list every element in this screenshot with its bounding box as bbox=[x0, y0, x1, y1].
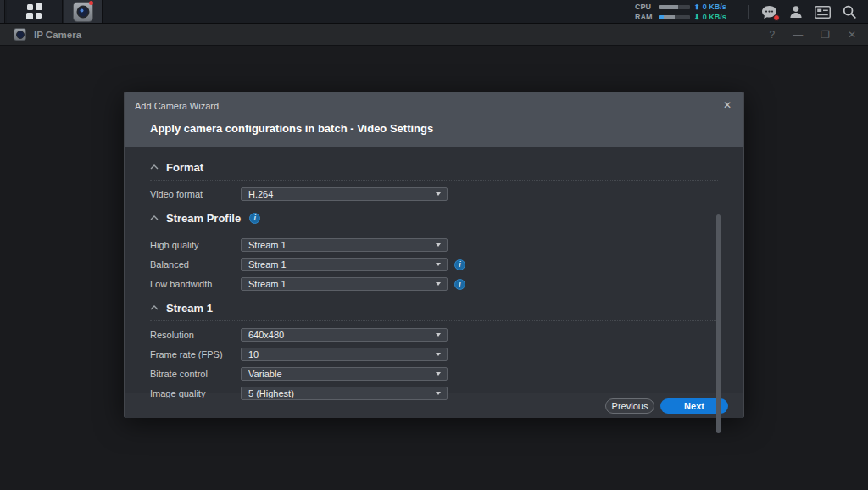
minimize-button[interactable]: — bbox=[793, 29, 803, 41]
dialog-heading: Apply camera configurations in batch - V… bbox=[150, 122, 732, 135]
help-button[interactable]: ? bbox=[769, 29, 775, 41]
window-titlebar: IP Camera ? — ❐ ✕ bbox=[0, 24, 868, 46]
upload-arrow-icon: ⬆ bbox=[694, 3, 700, 11]
chevron-up-icon bbox=[150, 164, 159, 170]
upload-speed: ⬆ 0 KB/s bbox=[694, 3, 735, 11]
balanced-select[interactable]: Stream 1 bbox=[241, 258, 448, 271]
video-format-select[interactable]: H.264 bbox=[241, 187, 448, 201]
camera-app-icon bbox=[73, 2, 93, 22]
chevron-down-icon bbox=[436, 372, 441, 376]
bitrate-control-select[interactable]: Variable bbox=[241, 367, 448, 381]
main-menu-tab[interactable] bbox=[7, 0, 63, 23]
frame-rate-row: Frame rate (FPS) 10 bbox=[150, 348, 718, 361]
user-icon bbox=[789, 5, 803, 19]
ram-label: RAM bbox=[635, 13, 655, 21]
ip-camera-app-tab[interactable] bbox=[64, 0, 103, 23]
section-divider bbox=[150, 320, 718, 321]
widgets-button[interactable] bbox=[815, 6, 831, 19]
balanced-row: Balanced Stream 1 i bbox=[150, 258, 718, 271]
frame-rate-select[interactable]: 10 bbox=[241, 348, 448, 361]
section-header-stream-1[interactable]: Stream 1 bbox=[150, 301, 718, 315]
field-label: Bitrate control bbox=[150, 369, 241, 379]
chevron-down-icon bbox=[436, 333, 441, 337]
resolution-select[interactable]: 640x480 bbox=[241, 328, 448, 342]
image-quality-row: Image quality 5 (Highest) bbox=[150, 387, 718, 400]
camera-lens-icon bbox=[77, 5, 90, 18]
previous-button[interactable]: Previous bbox=[605, 398, 654, 414]
dialog-body: Format Video format H.264 Stream Profile… bbox=[125, 147, 743, 393]
chevron-up-icon bbox=[150, 305, 159, 310]
chevron-down-icon bbox=[436, 353, 441, 356]
field-label: Low bandwidth bbox=[150, 279, 241, 289]
section-title: Stream 1 bbox=[166, 302, 213, 315]
add-camera-wizard-dialog: Add Camera Wizard ✕ Apply camera configu… bbox=[124, 92, 744, 418]
download-speed: ⬇ 0 KB/s bbox=[694, 13, 735, 21]
cpu-usage-bar bbox=[659, 5, 690, 9]
dialog-close-icon[interactable]: ✕ bbox=[723, 99, 732, 111]
bitrate-control-row: Bitrate control Variable bbox=[150, 367, 718, 381]
section-header-format[interactable]: Format bbox=[150, 160, 718, 174]
ram-usage-bar bbox=[659, 15, 690, 19]
section-divider bbox=[150, 180, 718, 181]
notification-badge bbox=[773, 14, 780, 21]
dialog-header: Add Camera Wizard ✕ Apply camera configu… bbox=[125, 92, 743, 147]
search-icon bbox=[843, 5, 856, 19]
window-close-button[interactable]: ✕ bbox=[848, 29, 856, 41]
widgets-icon bbox=[815, 6, 831, 19]
taskbar-separator bbox=[748, 5, 749, 19]
main-menu-grid-icon bbox=[26, 3, 42, 19]
notifications-button[interactable] bbox=[761, 5, 777, 19]
field-label: Balanced bbox=[150, 259, 241, 270]
section-title: Format bbox=[166, 161, 203, 174]
dialog-scrollbar[interactable] bbox=[716, 214, 721, 433]
window-app-icon bbox=[14, 28, 26, 41]
chevron-down-icon bbox=[436, 243, 441, 247]
stream-profile-info-icon[interactable]: i bbox=[249, 213, 260, 224]
tab-edge bbox=[0, 0, 5, 23]
high-quality-select[interactable]: Stream 1 bbox=[241, 238, 448, 252]
camera-notification-dot bbox=[89, 1, 93, 5]
taskbar: CPU ⬆ 0 KB/s RAM ⬇ 0 KB/s bbox=[0, 0, 868, 24]
user-menu-button[interactable] bbox=[789, 5, 803, 19]
field-label: Frame rate (FPS) bbox=[150, 349, 241, 359]
low-bandwidth-select[interactable]: Stream 1 bbox=[241, 277, 448, 291]
download-arrow-icon: ⬇ bbox=[694, 14, 700, 21]
window-title: IP Camera bbox=[34, 30, 81, 40]
section-divider bbox=[150, 231, 718, 231]
resource-monitor[interactable]: CPU ⬆ 0 KB/s RAM ⬇ 0 KB/s bbox=[635, 3, 735, 21]
low-bandwidth-row: Low bandwidth Stream 1 i bbox=[150, 277, 718, 291]
chevron-down-icon bbox=[436, 282, 441, 286]
low-bandwidth-info-icon[interactable]: i bbox=[454, 279, 465, 290]
balanced-info-icon[interactable]: i bbox=[454, 259, 465, 270]
resolution-row: Resolution 640x480 bbox=[150, 328, 718, 342]
maximize-button[interactable]: ❐ bbox=[821, 29, 830, 41]
cpu-label: CPU bbox=[635, 3, 655, 11]
section-title: Stream Profile bbox=[166, 212, 241, 225]
field-label: High quality bbox=[150, 240, 241, 250]
field-label: Video format bbox=[150, 189, 241, 199]
chevron-up-icon bbox=[150, 215, 159, 220]
video-format-row: Video format H.264 bbox=[150, 187, 718, 201]
field-label: Resolution bbox=[150, 330, 241, 340]
dialog-title: Add Camera Wizard bbox=[135, 101, 732, 111]
chevron-down-icon bbox=[436, 263, 441, 266]
image-quality-select[interactable]: 5 (Highest) bbox=[241, 387, 448, 400]
search-button[interactable] bbox=[843, 5, 856, 19]
chevron-down-icon bbox=[436, 392, 441, 395]
field-label: Image quality bbox=[150, 388, 241, 398]
high-quality-row: High quality Stream 1 bbox=[150, 238, 718, 252]
chevron-down-icon bbox=[436, 192, 441, 196]
section-header-stream-profile[interactable]: Stream Profile i bbox=[150, 211, 718, 225]
